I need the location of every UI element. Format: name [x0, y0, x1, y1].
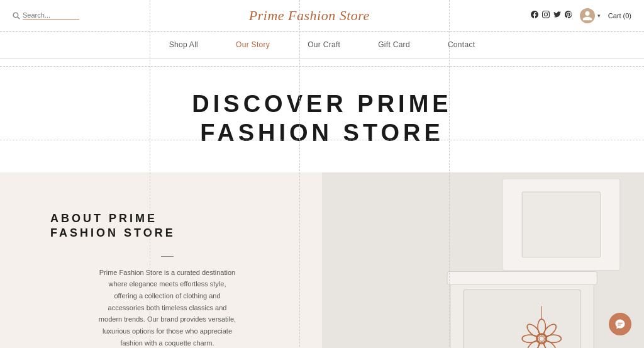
site-nav: Shop All Our Story Our Craft Gift Card C…: [0, 31, 644, 59]
site-title: Prime Fashion Store: [88, 8, 531, 24]
nav-gift-card[interactable]: Gift Card: [378, 40, 410, 49]
avatar: [580, 8, 595, 23]
cart-link[interactable]: Cart (0): [608, 12, 631, 20]
nav-our-craft[interactable]: Our Craft: [308, 40, 340, 49]
svg-rect-7: [447, 272, 597, 285]
pinterest-icon[interactable]: [565, 11, 572, 21]
about-body-text: Prime Fashion Store is a curated destina…: [98, 267, 236, 348]
search-icon: [13, 12, 20, 20]
about-left-panel: ABOUT PRIME FASHION STORE Prime Fashion …: [0, 172, 322, 348]
instagram-icon[interactable]: [542, 11, 550, 21]
user-icon: [582, 10, 593, 21]
hero-title: DISCOVER PRIME FASHION STORE: [13, 90, 631, 147]
hero-section: DISCOVER PRIME FASHION STORE: [0, 59, 644, 172]
search-area[interactable]: [13, 11, 88, 20]
page-wrapper: Prime Fashion Store: [0, 0, 644, 348]
svg-point-0: [13, 13, 18, 18]
twitter-icon[interactable]: [553, 11, 561, 21]
facebook-icon[interactable]: [531, 11, 538, 21]
chevron-down-icon: ▾: [597, 13, 601, 19]
nav-our-story[interactable]: Our Story: [236, 40, 270, 49]
jewelry-illustration: [322, 172, 644, 348]
chat-icon: [614, 318, 626, 330]
header-right: ▾ Cart (0): [531, 8, 631, 23]
user-avatar-area[interactable]: ▾: [580, 8, 601, 23]
svg-rect-4: [522, 192, 600, 257]
about-divider: [161, 256, 174, 257]
about-section: ABOUT PRIME FASHION STORE Prime Fashion …: [0, 172, 644, 348]
nav-shop-all[interactable]: Shop All: [169, 40, 198, 49]
nav-contact[interactable]: Contact: [448, 40, 475, 49]
site-header: Prime Fashion Store: [0, 0, 644, 31]
search-input[interactable]: [23, 11, 79, 20]
about-subtitle: ABOUT PRIME FASHION STORE: [50, 211, 284, 241]
social-icons: [531, 11, 572, 21]
svg-line-1: [18, 16, 19, 18]
chat-bubble-button[interactable]: [609, 313, 631, 335]
about-right-panel: [322, 172, 644, 348]
